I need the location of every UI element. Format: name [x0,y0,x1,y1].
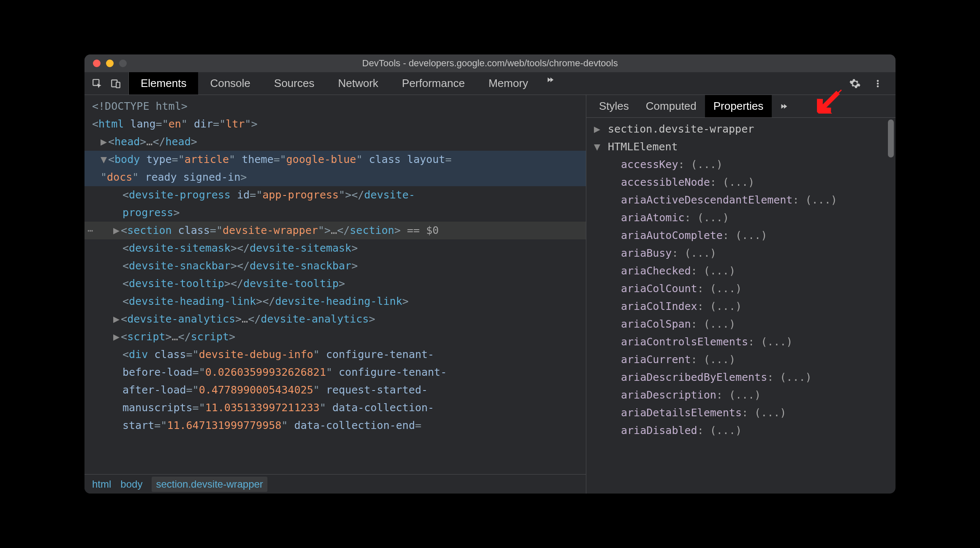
window-title: DevTools - developers.google.com/web/too… [362,58,618,69]
more-side-tabs-icon[interactable] [776,99,791,114]
dom-body-open[interactable]: ▼<body type="article" theme="google-blue… [84,151,586,168]
crumb-body[interactable]: body [120,478,142,490]
settings-icon[interactable] [847,76,863,91]
tab-sources[interactable]: Sources [262,72,326,95]
sidebar-pane: Styles Computed Properties ▶ section.dev… [586,95,896,494]
content-area: <!DOCTYPE html> <html lang="en" dir="ltr… [84,95,896,494]
tab-memory[interactable]: Memory [476,72,540,95]
dom-section-selected[interactable]: ⋯ ▶<section class="devsite-wrapper">…</s… [84,222,586,239]
more-tabs-icon[interactable] [542,72,558,87]
prop-item[interactable]: ariaAutoComplete: (...) [586,227,896,244]
dom-body-open-cont[interactable]: "docs" ready signed-in> [84,168,586,186]
tab-console[interactable]: Console [198,72,262,95]
prop-section-header[interactable]: ▶ section.devsite-wrapper [586,120,896,138]
inspect-element-icon[interactable] [90,76,105,91]
prop-item[interactable]: ariaCurrent: (...) [586,351,896,369]
properties-panel[interactable]: ▶ section.devsite-wrapper ▼ HTMLElement … [586,118,896,494]
dom-head[interactable]: ▶<head>…</head> [84,133,586,151]
dom-debug-div-1[interactable]: <div class="devsite-debug-info" configur… [84,346,586,364]
close-window-button[interactable] [93,60,101,67]
dom-devsite-progress-cont[interactable]: progress> [84,204,586,222]
prop-item[interactable]: accessibleNode: (...) [586,174,896,191]
prop-item[interactable]: ariaAtomic: (...) [586,209,896,227]
prop-item[interactable]: ariaActiveDescendantElement: (...) [586,191,896,209]
breadcrumbs: html body section.devsite-wrapper [84,474,586,494]
dom-tree[interactable]: <!DOCTYPE html> <html lang="en" dir="ltr… [84,95,586,474]
prop-item[interactable]: ariaControlsElements: (...) [586,333,896,351]
svg-point-4 [877,82,879,84]
dom-heading-link[interactable]: <devsite-heading-link></devsite-heading-… [84,293,586,310]
maximize-window-button[interactable] [119,60,127,67]
tab-properties[interactable]: Properties [705,95,772,117]
prop-item[interactable]: ariaColSpan: (...) [586,315,896,333]
dom-devsite-progress[interactable]: <devsite-progress id="app-progress"></de… [84,186,586,204]
dom-debug-div-3[interactable]: after-load="0.4778990005434025" request-… [84,381,586,399]
tab-performance[interactable]: Performance [390,72,477,95]
dom-snackbar[interactable]: <devsite-snackbar></devsite-snackbar> [84,257,586,275]
tab-styles[interactable]: Styles [591,95,637,117]
main-toolbar: Elements Console Sources Network Perform… [84,72,896,95]
tab-elements[interactable]: Elements [129,72,198,95]
prop-item[interactable]: ariaDisabled: (...) [586,422,896,439]
crumb-html[interactable]: html [92,478,111,490]
dom-debug-div-2[interactable]: before-load="0.02603599932626821" config… [84,364,586,381]
annotation-arrow-icon [815,86,845,117]
dom-sitemask[interactable]: <devsite-sitemask></devsite-sitemask> [84,239,586,257]
devtools-window: DevTools - developers.google.com/web/too… [84,54,896,494]
dom-html-open[interactable]: <html lang="en" dir="ltr"> [84,115,586,133]
prop-htmlelement-header[interactable]: ▼ HTMLElement [586,138,896,156]
dom-debug-div-4[interactable]: manuscripts="11.035133997211233" data-co… [84,399,586,417]
svg-point-5 [877,85,879,87]
prop-item[interactable]: ariaColCount: (...) [586,280,896,298]
prop-item[interactable]: ariaDescription: (...) [586,386,896,404]
prop-item[interactable]: ariaDetailsElements: (...) [586,404,896,422]
dom-script[interactable]: ▶<script>…</script> [84,328,586,346]
dom-tooltip[interactable]: <devsite-tooltip></devsite-tooltip> [84,275,586,293]
dom-analytics[interactable]: ▶<devsite-analytics>…</devsite-analytics… [84,310,586,328]
toolbar-right-group [847,76,890,91]
main-tabs: Elements Console Sources Network Perform… [129,72,558,95]
scrollbar-thumb[interactable] [888,119,894,157]
prop-item[interactable]: ariaBusy: (...) [586,244,896,262]
prop-item[interactable]: ariaDescribedByElements: (...) [586,369,896,386]
crumb-section[interactable]: section.devsite-wrapper [152,477,267,492]
traffic-lights [84,60,127,67]
svg-rect-2 [116,82,120,87]
elements-pane: <!DOCTYPE html> <html lang="en" dir="ltr… [84,95,586,494]
prop-item[interactable]: accessKey: (...) [586,156,896,174]
toolbar-left-group [90,72,129,95]
dom-debug-div-5[interactable]: start="11.647131999779958" data-collecti… [84,417,586,434]
tab-computed[interactable]: Computed [637,95,705,117]
svg-point-3 [877,80,879,82]
scrollbar[interactable] [887,118,895,494]
prop-item[interactable]: ariaChecked: (...) [586,262,896,280]
sidebar-tabs: Styles Computed Properties [586,95,896,118]
prop-item[interactable]: ariaColIndex: (...) [586,298,896,315]
titlebar: DevTools - developers.google.com/web/too… [84,54,896,72]
kebab-menu-icon[interactable] [870,76,885,91]
dom-doctype[interactable]: <!DOCTYPE html> [84,98,586,115]
device-toolbar-icon[interactable] [108,76,123,91]
tab-network[interactable]: Network [326,72,390,95]
minimize-window-button[interactable] [106,60,114,67]
properties-list: accessKey: (...)accessibleNode: (...)ari… [586,156,896,439]
